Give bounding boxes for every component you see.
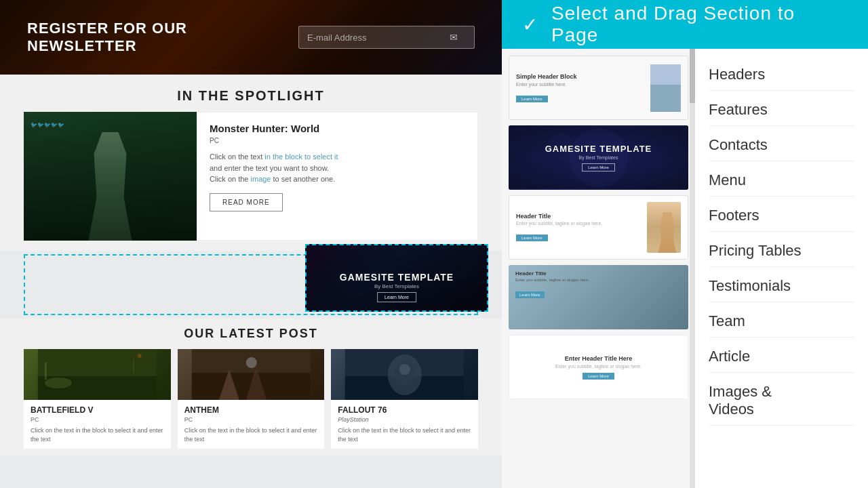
post-card-3[interactable]: FALLOUT 76 PlayStation Click on the text… — [331, 349, 478, 449]
category-images-videos[interactable]: Images &Videos — [709, 376, 854, 426]
post-game-title-2: ANTHEM — [184, 405, 318, 415]
category-footers[interactable]: Footers — [709, 200, 854, 232]
post-card-1[interactable]: BATTLEFIELD V PC Click on the text in th… — [24, 349, 171, 449]
latest-post-title: OUR LATEST POST — [24, 327, 478, 341]
posts-grid: BATTLEFIELD V PC Click on the text in th… — [24, 349, 478, 449]
read-more-button[interactable]: READ MORE — [210, 193, 283, 211]
category-article[interactable]: Article — [709, 341, 854, 373]
thumb-sh-image-svg — [650, 64, 681, 112]
spotlight-title: IN THE SPOTLIGHT — [24, 88, 478, 104]
thumb-wh-subtitle: Enter you subtitle, tagline or slogan he… — [555, 364, 642, 369]
thumb-sh-title: Simple Header Block — [516, 73, 644, 80]
post-image-1 — [24, 349, 171, 400]
newsletter-title: REGISTER FOR OUR NEWSLETTER — [27, 20, 187, 56]
post-card-2[interactable]: ANTHEM PC Click on the text in the block… — [178, 349, 325, 449]
post-desc-2: Click on the text in the block to select… — [184, 426, 318, 443]
post-platform-1: PC — [31, 416, 164, 423]
floating-template-button[interactable]: Learn More — [377, 292, 416, 302]
post-image-2 — [178, 349, 325, 400]
svg-point-5 — [138, 354, 142, 358]
thumb-sh-subtitle: Enter your subtitle here. — [516, 82, 644, 87]
header-title: Select and Drag Section to Page — [551, 3, 848, 46]
thumb-gs-subtitle: By Best Templates — [579, 155, 618, 160]
thumb-wh-button: Learn More — [583, 373, 614, 380]
floating-template-subtitle: By Best Templates — [374, 283, 419, 289]
thumb-hp-image — [647, 202, 681, 253]
thumb-simple-header-text: Simple Header Block Enter your subtitle … — [516, 73, 644, 103]
thumb-gs-title: GAMESITE TEMPLATE — [545, 144, 652, 154]
newsletter-input-wrap[interactable]: ✉ — [298, 26, 475, 49]
content-area: Simple Header Block Enter your subtitle … — [502, 49, 868, 488]
thumb-gs-button: Learn More — [582, 163, 615, 171]
svg-rect-4 — [133, 359, 134, 373]
post-game-title-3: FALLOUT 76 — [338, 405, 471, 415]
spotlight-image[interactable]: 🐦🐦🐦🐦🐦 — [24, 112, 197, 241]
scrollbar-thumb[interactable] — [690, 49, 695, 103]
category-headers[interactable]: Headers — [709, 59, 854, 91]
latest-post-section: OUR LATEST POST BATTLEFIELD V PC — [0, 319, 502, 455]
thumbnail-office-header[interactable]: Header Title Enter you subtitle, tagline… — [509, 265, 688, 329]
category-features[interactable]: Features — [709, 94, 854, 126]
thumbnail-simple-header[interactable]: Simple Header Block Enter your subtitle … — [509, 56, 688, 120]
category-testimonials[interactable]: Testimonials — [709, 270, 854, 302]
post-game-title-1: BATTLEFIELD V — [31, 405, 164, 415]
svg-rect-15 — [650, 85, 681, 112]
preview-panel: REGISTER FOR OUR NEWSLETTER ✉ IN THE SPO… — [0, 0, 502, 488]
thumb-office-button: Learn More — [515, 291, 545, 298]
thumb-wh-title: Enter Header Title Here — [565, 355, 632, 362]
post-content-1: BATTLEFIELD V PC Click on the text in th… — [24, 400, 171, 449]
post-desc-1: Click on the text in the block to select… — [31, 426, 164, 443]
game-title: Monster Hunter: World — [210, 123, 465, 134]
spotlight-card: Monster Hunter: World PC Click on the te… — [197, 112, 478, 241]
spotlight-content: 🐦🐦🐦🐦🐦 Monster Hunter: World PC Click on … — [24, 112, 478, 241]
thumb-sh-image — [650, 64, 681, 112]
thumb-hp-button: Learn More — [516, 235, 548, 241]
game-platform: PC — [210, 137, 465, 144]
category-team[interactable]: Team — [709, 306, 854, 338]
anthem-art — [178, 349, 325, 400]
post-image-3 — [331, 349, 478, 400]
thumb-office-title: Header Title — [515, 270, 682, 277]
thumb-office-subtitle: Enter you subtitle, tagline or slogan he… — [515, 278, 682, 283]
thumb-office-text: Header Title Enter you subtitle, tagline… — [515, 270, 682, 299]
newsletter-section: REGISTER FOR OUR NEWSLETTER ✉ — [0, 0, 502, 75]
fallout-art — [331, 349, 478, 400]
battlefield-art — [24, 349, 171, 400]
svg-point-8 — [246, 357, 257, 368]
thumbnails-panel[interactable]: Simple Header Block Enter your subtitle … — [502, 49, 695, 488]
floating-template-title: GAMESITE TEMPLATE — [340, 272, 454, 283]
thumb-hp-subtitle: Enter you subtitle, tagline or slogan he… — [516, 221, 642, 226]
post-platform-3: PlayStation — [338, 416, 471, 423]
svg-point-13 — [399, 364, 410, 375]
post-content-3: FALLOUT 76 PlayStation Click on the text… — [331, 400, 478, 449]
category-menu[interactable]: Menu — [709, 165, 854, 197]
category-pricing-tables[interactable]: Pricing Tables — [709, 235, 854, 267]
thumb-hp-title: Header Title — [516, 213, 642, 220]
thumbnail-header-person[interactable]: Header Title Enter you subtitle, tagline… — [509, 195, 688, 260]
svg-rect-3 — [45, 363, 47, 380]
svg-point-2 — [45, 378, 72, 388]
newsletter-email-input[interactable] — [307, 33, 450, 43]
thumbnail-white-header[interactable]: Enter Header Title Here Enter you subtit… — [509, 335, 688, 399]
post-platform-2: PC — [184, 416, 318, 423]
floating-template[interactable]: GAMESITE TEMPLATE By Best Templates Lear… — [305, 244, 488, 312]
drag-overlay-section: GAMESITE TEMPLATE By Best Templates Lear… — [0, 251, 502, 319]
category-contacts[interactable]: Contacts — [709, 129, 854, 161]
scrollbar-track[interactable] — [690, 49, 695, 488]
thumb-sh-button: Learn More — [516, 96, 548, 102]
mail-icon: ✉ — [450, 32, 458, 43]
right-panel: ✓ Select and Drag Section to Page Simple… — [502, 0, 868, 488]
post-content-2: ANTHEM PC Click on the text in the block… — [178, 400, 325, 449]
category-nav: Headers Features Contacts Menu Footers P… — [695, 49, 868, 488]
header-bar: ✓ Select and Drag Section to Page — [502, 0, 868, 49]
game-description: Click on the text in the block to select… — [210, 151, 465, 185]
spotlight-section: IN THE SPOTLIGHT 🐦🐦🐦🐦🐦 Monster Hunter: W… — [0, 75, 502, 251]
thumbnail-gamesite[interactable]: GAMESITE TEMPLATE By Best Templates Lear… — [509, 125, 688, 190]
thumb-hp-text: Header Title Enter you subtitle, tagline… — [516, 213, 642, 242]
check-icon: ✓ — [522, 14, 538, 36]
post-desc-3: Click on the text in the block to select… — [338, 426, 471, 443]
